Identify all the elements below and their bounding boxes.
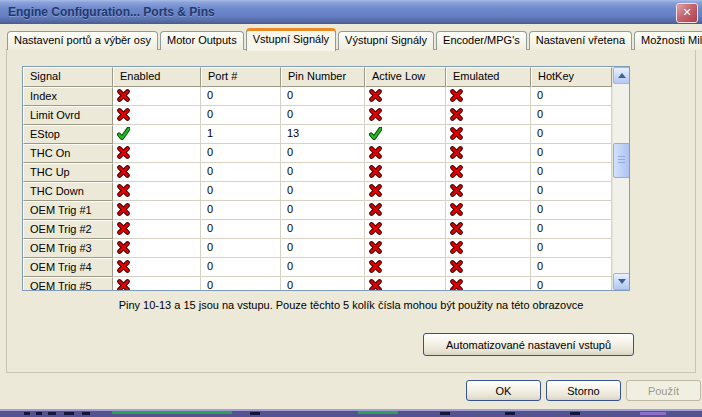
cell-port[interactable]: 1 [201,125,281,144]
cell-enabled[interactable] [113,163,201,182]
cell-active_low[interactable] [365,163,446,182]
red-cross-icon [450,127,463,140]
red-cross-icon [450,89,463,102]
scrollbar-thumb[interactable] [613,143,630,178]
cell-pin[interactable]: 0 [281,258,365,277]
cell-hotkey[interactable]: 0 [531,87,612,106]
red-cross-icon [450,108,463,121]
cell-enabled[interactable] [113,201,201,220]
cell-enabled[interactable] [113,258,201,277]
cell-port[interactable]: 0 [201,239,281,258]
cell-active_low[interactable] [365,144,446,163]
column-header-pin-number: Pin Number [281,67,365,87]
cell-enabled[interactable] [113,277,201,291]
cell-hotkey[interactable]: 0 [531,220,612,239]
tab-vstupn-sign-ly[interactable]: Vstupní Signály [246,28,336,51]
cell-active_low[interactable] [365,87,446,106]
cell-pin[interactable]: 0 [281,87,365,106]
cell-port[interactable]: 0 [201,163,281,182]
signals-grid: SignalEnabledPort #Pin NumberActive LowE… [23,67,612,290]
cell-active_low[interactable] [365,258,446,277]
cell-active_low[interactable] [365,220,446,239]
cell-pin[interactable]: 0 [281,106,365,125]
cell-hotkey[interactable]: 0 [531,277,612,291]
cell-emulated[interactable] [446,163,531,182]
cell-port[interactable]: 0 [201,87,281,106]
cell-emulated[interactable] [446,87,531,106]
scroll-down-button[interactable] [613,273,630,290]
red-cross-icon [369,241,382,254]
cell-hotkey[interactable]: 0 [531,239,612,258]
cell-enabled[interactable] [113,87,201,106]
tab-nastaven-v-etena[interactable]: Nastavení vřetena [529,31,632,50]
background-window-sliver [0,405,702,417]
cell-enabled[interactable] [113,239,201,258]
tab-motor-outputs[interactable]: Motor Outputs [160,31,244,50]
cell-enabled[interactable] [113,182,201,201]
cell-active_low[interactable] [365,201,446,220]
red-cross-icon [369,165,382,178]
cell-port[interactable]: 0 [201,182,281,201]
red-cross-icon [369,146,382,159]
tab-v-stupn-sign-ly[interactable]: Výstupní Signály [338,31,434,50]
cell-emulated[interactable] [446,125,531,144]
dialog-engine-configuration: Engine Configuration... Ports & Pins ✕ N… [0,0,702,409]
cell-hotkey[interactable]: 0 [531,182,612,201]
cell-port[interactable]: 0 [201,220,281,239]
cell-pin[interactable]: 13 [281,125,365,144]
cell-enabled[interactable] [113,125,201,144]
cell-pin[interactable]: 0 [281,277,365,291]
cell-pin[interactable]: 0 [281,220,365,239]
cell-emulated[interactable] [446,258,531,277]
tab-encoder-mpg-s[interactable]: Encoder/MPG's [436,31,527,50]
signal-row-label: THC On [23,144,113,163]
info-text: Piny 10-13 a 15 jsou na vstupu. Pouze tě… [0,299,702,311]
cell-emulated[interactable] [446,182,531,201]
red-cross-icon [450,222,463,235]
auto-setup-button[interactable]: Automatizované nastavení vstupů [423,333,634,356]
cell-hotkey[interactable]: 0 [531,125,612,144]
cell-active_low[interactable] [365,239,446,258]
cell-pin[interactable]: 0 [281,182,365,201]
cell-emulated[interactable] [446,144,531,163]
cell-port[interactable]: 0 [201,277,281,291]
red-cross-icon [369,203,382,216]
red-cross-icon [450,146,463,159]
red-cross-icon [369,184,382,197]
ok-button[interactable]: OK [466,380,541,401]
tab-nastaven-port-a-v-b-r-osy[interactable]: Nastavení portů a výběr osy [7,31,158,50]
cell-emulated[interactable] [446,201,531,220]
cell-active_low[interactable] [365,106,446,125]
cell-hotkey[interactable]: 0 [531,144,612,163]
cell-pin[interactable]: 0 [281,144,365,163]
cell-hotkey[interactable]: 0 [531,201,612,220]
cell-port[interactable]: 0 [201,201,281,220]
cell-emulated[interactable] [446,220,531,239]
cell-hotkey[interactable]: 0 [531,106,612,125]
cell-emulated[interactable] [446,106,531,125]
cell-enabled[interactable] [113,144,201,163]
cell-emulated[interactable] [446,277,531,291]
cell-active_low[interactable] [365,182,446,201]
cell-pin[interactable]: 0 [281,163,365,182]
cell-port[interactable]: 0 [201,144,281,163]
cell-enabled[interactable] [113,106,201,125]
vertical-scrollbar[interactable] [612,67,629,290]
column-header-active-low: Active Low [365,67,446,87]
tab-mo-nosti-mill[interactable]: Možnosti Mill [634,31,702,50]
cell-port[interactable]: 0 [201,106,281,125]
scroll-up-button[interactable] [613,67,630,84]
cell-hotkey[interactable]: 0 [531,258,612,277]
cell-pin[interactable]: 0 [281,201,365,220]
cell-active_low[interactable] [365,277,446,291]
cell-port[interactable]: 0 [201,258,281,277]
cell-active_low[interactable] [365,125,446,144]
titlebar[interactable]: Engine Configuration... Ports & Pins ✕ [0,0,702,24]
cell-hotkey[interactable]: 0 [531,163,612,182]
cell-emulated[interactable] [446,239,531,258]
cell-pin[interactable]: 0 [281,239,365,258]
chevron-up-icon [618,73,626,78]
cell-enabled[interactable] [113,220,201,239]
cancel-button[interactable]: Storno [546,380,621,401]
close-button[interactable]: ✕ [676,3,698,23]
